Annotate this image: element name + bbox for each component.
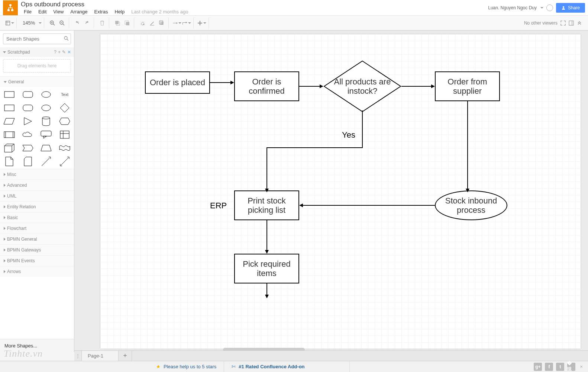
shape-rect-round[interactable] — [22, 89, 34, 100]
shape-line-double[interactable] — [58, 156, 71, 167]
confluence-link[interactable]: ✄ #1 Rated Confluence Add-on — [224, 361, 349, 372]
viewers-status: No other viewers — [524, 20, 558, 26]
globe-icon[interactable] — [546, 4, 553, 11]
menu-edit[interactable]: Edit — [35, 8, 49, 15]
shape-rect-round2[interactable] — [22, 103, 34, 113]
menu-view[interactable]: View — [50, 8, 67, 15]
zoom-level[interactable]: 145% — [20, 20, 37, 26]
line-color-button[interactable] — [148, 19, 156, 28]
section-bpmn-gateways[interactable]: BPMN Gateways — [0, 245, 74, 255]
footer-close-icon[interactable]: × — [578, 364, 584, 369]
shape-rect-sharp[interactable] — [3, 89, 16, 100]
section-flowchart[interactable]: Flowchart — [0, 223, 74, 234]
node-order-confirmed[interactable]: Order is confirmed — [234, 71, 299, 101]
shape-line-arrow[interactable] — [40, 156, 52, 167]
fullscreen-icon[interactable] — [560, 20, 566, 26]
page-tab-1[interactable]: Page-1 — [82, 351, 119, 361]
to-back-button[interactable] — [123, 19, 132, 28]
shape-table[interactable] — [58, 129, 71, 140]
share-button[interactable]: Share — [556, 3, 585, 13]
section-entity-relation[interactable]: Entity Relation — [0, 202, 74, 212]
section-bpmn-general[interactable]: BPMN General — [0, 234, 74, 244]
shape-rect2[interactable] — [3, 103, 16, 113]
googleplus-icon[interactable]: g+ — [534, 363, 542, 371]
shape-cylinder[interactable] — [40, 116, 52, 126]
node-decision-instock[interactable]: All products are instock? — [323, 60, 401, 112]
add-page-button[interactable]: + — [119, 351, 132, 361]
redo-button[interactable] — [83, 19, 91, 28]
shape-ellipse2[interactable] — [40, 103, 52, 113]
format-panel-icon[interactable] — [569, 20, 574, 26]
chevron-right-icon — [4, 195, 6, 198]
node-order-placed[interactable]: Order is placed — [145, 71, 210, 94]
shape-step[interactable] — [22, 143, 34, 153]
person-icon — [561, 6, 566, 10]
user-name[interactable]: Luan. Nguyen Ngoc Duy — [488, 5, 537, 10]
app-logo[interactable] — [3, 0, 18, 15]
page-setup-button[interactable] — [5, 19, 14, 28]
node-stock-inbound[interactable]: Stock inbound process — [435, 190, 507, 220]
section-arrows[interactable]: Arrows — [0, 266, 74, 277]
twitter-icon[interactable]: t — [556, 363, 564, 371]
shape-cube[interactable] — [3, 143, 16, 153]
facebook-icon[interactable]: f — [545, 363, 553, 371]
shape-triangle[interactable] — [22, 116, 34, 126]
section-general[interactable]: General — [0, 77, 74, 87]
collapse-icon[interactable] — [577, 20, 582, 26]
svg-marker-24 — [186, 22, 187, 23]
search-icon[interactable] — [64, 36, 69, 42]
menu-help[interactable]: Help — [112, 8, 127, 15]
shape-cloud[interactable] — [22, 129, 34, 140]
zoom-out-button[interactable] — [58, 19, 67, 28]
section-advanced[interactable]: Advanced — [0, 180, 74, 190]
fill-color-button[interactable] — [138, 19, 147, 28]
menu-extras[interactable]: Extras — [91, 8, 111, 15]
annotation-erp[interactable]: ERP — [210, 201, 227, 211]
menu-file[interactable]: File — [21, 8, 35, 15]
node-print-picking[interactable]: Print stock picking list — [234, 190, 299, 220]
delete-button[interactable] — [98, 19, 107, 28]
scratchpad-dropzone[interactable]: Drag elements here — [3, 59, 71, 73]
shape-callout[interactable] — [40, 129, 52, 140]
shape-hexagon[interactable] — [58, 116, 71, 126]
shape-note[interactable] — [3, 156, 16, 167]
document-title[interactable]: Ops outbound process — [21, 0, 488, 8]
shape-ellipse[interactable] — [40, 89, 52, 100]
add-button[interactable] — [197, 19, 206, 28]
section-misc[interactable]: Misc — [0, 169, 74, 180]
shadow-button[interactable] — [157, 19, 166, 28]
edge-label-yes[interactable]: Yes — [342, 130, 355, 140]
chevron-down-icon[interactable] — [3, 51, 6, 53]
search-shapes-input[interactable] — [3, 33, 71, 44]
shape-text[interactable]: Text — [58, 89, 71, 100]
undo-button[interactable] — [73, 19, 82, 28]
shape-tape[interactable] — [58, 143, 71, 153]
menu-arrange[interactable]: Arrange — [67, 8, 90, 15]
node-pick-items[interactable]: Pick required items — [234, 254, 299, 283]
shape-card[interactable] — [22, 156, 34, 167]
rate-link[interactable]: ★ Please help us to 5 stars — [149, 361, 224, 372]
scratchpad-add-icon[interactable]: + — [58, 49, 61, 55]
svg-marker-39 — [24, 118, 32, 125]
canvas-area[interactable]: Order is placed Order is confirmed All p… — [74, 31, 588, 352]
shape-trapezoid[interactable] — [40, 143, 52, 153]
shape-process[interactable] — [3, 129, 16, 140]
github-icon[interactable]: �現 — [567, 363, 575, 371]
section-uml[interactable]: UML — [0, 191, 74, 201]
connection-button[interactable] — [172, 19, 181, 28]
shape-parallelogram[interactable] — [3, 116, 16, 126]
scratchpad-help-icon[interactable]: ? — [54, 49, 56, 55]
waypoint-button[interactable] — [182, 19, 191, 28]
section-bpmn-events[interactable]: BPMN Events — [0, 256, 74, 266]
section-basic[interactable]: Basic — [0, 212, 74, 223]
shape-diamond[interactable] — [58, 103, 71, 113]
diagram-canvas[interactable]: Order is placed Order is confirmed All p… — [100, 34, 581, 349]
scratchpad-edit-icon[interactable]: ✎ — [62, 49, 66, 55]
scratchpad-close-icon[interactable]: ✕ — [67, 49, 71, 55]
to-front-button[interactable] — [113, 19, 122, 28]
user-menu-caret-icon[interactable] — [540, 7, 543, 9]
node-order-supplier[interactable]: Order from supplier — [435, 71, 500, 101]
zoom-in-button[interactable] — [48, 19, 57, 28]
tab-menu-icon[interactable]: ⋮ — [74, 351, 82, 361]
scratchpad-label[interactable]: Scratchpad — [7, 49, 30, 55]
